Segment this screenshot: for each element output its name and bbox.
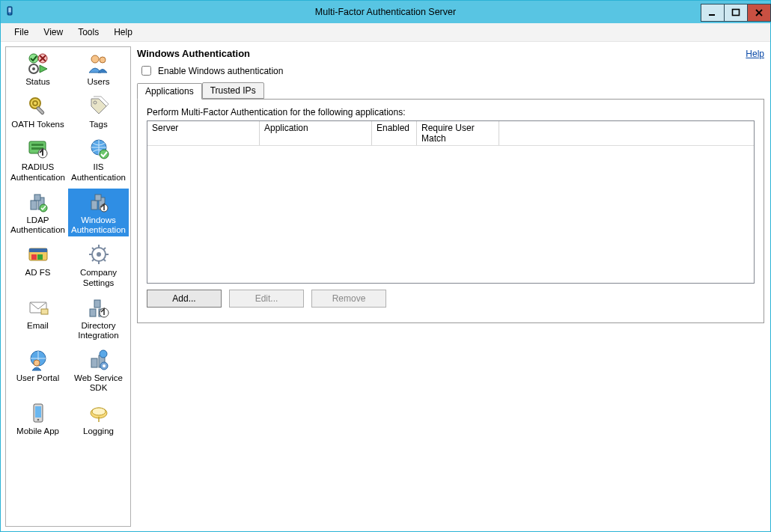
sidebar-item-web-service-sdk[interactable]: Web Service SDK: [68, 346, 129, 394]
edit-button: Edit...: [229, 290, 304, 308]
web-service-sdk-icon: [87, 348, 111, 372]
tab-strip: Applications Trusted IPs: [137, 82, 764, 100]
app-window: Multi-Factor Authentication Server File …: [0, 0, 771, 532]
logging-icon: [87, 401, 111, 425]
sidebar-item-iis-authentication[interactable]: IIS Authentication: [68, 135, 129, 183]
svg-point-25: [100, 150, 109, 159]
sidebar-item-label: LDAP Authentication: [10, 215, 65, 235]
sidebar-item-user-portal[interactable]: User Portal: [7, 346, 68, 394]
svg-rect-30: [91, 201, 97, 210]
svg-rect-51: [90, 309, 96, 317]
sidebar-item-label: Company Settings: [80, 268, 117, 287]
content-area: StatusUsersOATH TokensTagsRADIUS Authent…: [1, 42, 770, 531]
svg-rect-35: [29, 248, 47, 252]
status-icon: [26, 52, 50, 76]
sidebar-item-tags[interactable]: Tags: [68, 93, 129, 131]
svg-marker-13: [40, 65, 47, 73]
sidebar-item-directory-integration[interactable]: Directory Integration: [68, 294, 129, 342]
windows-auth-icon: [87, 190, 111, 214]
svg-point-39: [97, 252, 101, 257]
col-enabled[interactable]: Enabled: [372, 121, 417, 145]
minimize-button[interactable]: [701, 4, 725, 22]
sidebar-item-ad-fs[interactable]: AD FS: [7, 241, 68, 289]
sidebar-item-status[interactable]: Status: [7, 50, 68, 88]
sidebar-item-label: Mobile App: [16, 426, 59, 436]
sidebar-item-label: IIS Authentication: [71, 162, 126, 182]
minimize-icon: [708, 8, 717, 17]
sidebar-item-label: Tags: [89, 120, 107, 129]
svg-point-12: [32, 67, 35, 70]
panel-title: Windows Authentication: [137, 48, 250, 59]
svg-point-2: [9, 13, 10, 14]
iis-icon: [87, 137, 111, 161]
sidebar-item-label: Directory Integration: [78, 321, 118, 340]
svg-rect-18: [36, 106, 44, 114]
adfs-icon: [26, 242, 50, 266]
close-icon: [755, 8, 764, 17]
col-require-user-match[interactable]: Require User Match: [417, 121, 499, 145]
sidebar-item-mobile-app[interactable]: Mobile App: [7, 400, 68, 438]
sidebar-item-label: Logging: [83, 426, 114, 436]
grid-header: Server Application Enabled Require User …: [147, 121, 754, 146]
menu-file[interactable]: File: [7, 25, 36, 40]
svg-point-7: [29, 54, 38, 63]
applications-grid[interactable]: Server Application Enabled Require User …: [147, 120, 755, 284]
users-icon: [87, 52, 111, 76]
grid-body: [147, 146, 754, 283]
svg-rect-49: [41, 309, 48, 314]
sidebar-item-windows-authentication[interactable]: Windows Authentication: [68, 189, 129, 236]
menu-view[interactable]: View: [36, 25, 70, 40]
menu-help[interactable]: Help: [106, 25, 140, 40]
svg-rect-26: [31, 201, 37, 210]
sidebar-item-label: Status: [25, 77, 50, 87]
svg-line-46: [103, 248, 106, 250]
menu-tools[interactable]: Tools: [70, 25, 106, 40]
tab-trusted-ips[interactable]: Trusted IPs: [202, 82, 264, 99]
svg-point-63: [37, 418, 39, 421]
instruction-text: Perform Multi-Factor Authentication for …: [147, 107, 755, 117]
col-server[interactable]: Server: [147, 121, 260, 145]
window-title: Multi-Factor Authentication Server: [1, 7, 770, 17]
sidebar-item-radius-authentication[interactable]: RADIUS Authentication: [7, 135, 68, 183]
sidebar-item-oath-tokens[interactable]: OATH Tokens: [7, 93, 68, 131]
help-link[interactable]: Help: [746, 49, 764, 59]
close-button[interactable]: [747, 4, 771, 22]
sidebar-item-email[interactable]: Email: [7, 294, 68, 342]
svg-rect-56: [91, 358, 97, 367]
svg-point-58: [100, 350, 107, 358]
svg-line-47: [92, 259, 94, 261]
svg-point-55: [34, 360, 40, 366]
panel-header: Windows Authentication Help: [137, 48, 764, 59]
maximize-icon: [731, 8, 740, 17]
user-portal-icon: [26, 348, 50, 372]
svg-rect-21: [31, 144, 43, 146]
mobile-app-icon: [26, 401, 50, 425]
maximize-button[interactable]: [724, 4, 748, 22]
remove-button: Remove: [311, 290, 386, 308]
sidebar-item-company-settings[interactable]: Company Settings: [68, 241, 129, 289]
svg-rect-62: [35, 406, 41, 418]
sidebar-item-label: Web Service SDK: [74, 373, 123, 393]
ldap-icon: [26, 190, 50, 214]
sidebar-item-logging[interactable]: Logging: [68, 400, 129, 438]
sidebar-item-label: User Portal: [16, 373, 60, 383]
company-settings-icon: [87, 242, 111, 266]
email-icon: [26, 296, 50, 319]
add-button[interactable]: Add...: [147, 290, 222, 308]
tab-page-applications: Perform Multi-Factor Authentication for …: [137, 100, 764, 323]
sidebar-item-users[interactable]: Users: [68, 50, 129, 88]
oath-tokens-icon: [26, 94, 50, 118]
sidebar-item-label: OATH Tokens: [11, 120, 64, 129]
svg-rect-3: [709, 14, 715, 16]
button-row: Add... Edit... Remove: [147, 290, 755, 308]
col-application[interactable]: Application: [260, 121, 372, 145]
enable-checkbox[interactable]: [141, 66, 151, 76]
enable-label: Enable Windows authentication: [158, 66, 283, 76]
svg-rect-28: [34, 195, 40, 201]
svg-rect-32: [95, 195, 101, 201]
sidebar-item-ldap-authentication[interactable]: LDAP Authentication: [7, 189, 68, 236]
radius-icon: [26, 137, 50, 161]
tab-applications[interactable]: Applications: [137, 83, 202, 100]
svg-rect-4: [733, 10, 740, 16]
svg-line-44: [92, 248, 94, 250]
